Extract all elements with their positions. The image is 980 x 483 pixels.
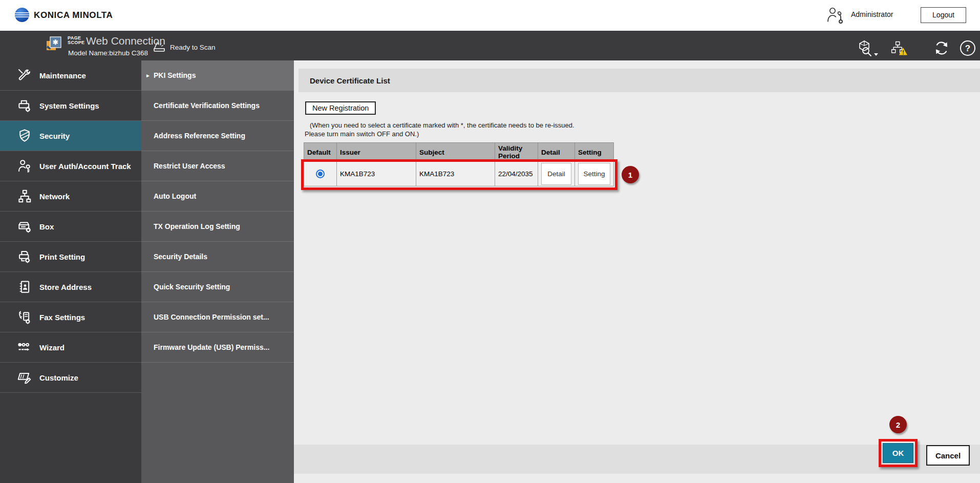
brand-text: KONICA MINOLTA	[34, 10, 113, 20]
radio-selected-dot	[318, 172, 323, 176]
device-certificate-table: Default Issuer Subject Validity Period D…	[304, 142, 614, 186]
sidebar-item-user-auth[interactable]: User Auth/Account Track	[0, 151, 141, 181]
sidebar-item-wizard[interactable]: Wizard	[0, 332, 141, 363]
sidebar-item-print-setting[interactable]: Print Setting	[0, 242, 141, 272]
shield-icon	[17, 128, 32, 143]
submenu-item-auto-logout[interactable]: ► Auto Logout	[141, 181, 294, 212]
default-radio[interactable]	[316, 170, 325, 178]
sidebar-item-label: System Settings	[39, 101, 99, 110]
top-bar: KONICA MINOLTA Administrator Logout	[0, 0, 980, 31]
app-header: ✱ PAGE SCOPE Web Connection Model Name:b…	[0, 31, 980, 60]
sidebar-item-box[interactable]: Box	[0, 212, 141, 242]
sidebar-item-label: Network	[39, 192, 70, 201]
box-gear-icon	[17, 219, 32, 234]
network-status-warning-icon[interactable]: !	[890, 39, 907, 57]
sidebar-item-label: Security	[39, 132, 70, 140]
submenu-item-quick-security[interactable]: ► Quick Security Setting	[141, 272, 294, 302]
administrator-label: Administrator	[851, 10, 893, 18]
konica-minolta-globe-icon	[14, 7, 30, 23]
selected-arrow-icon: ►	[145, 73, 151, 78]
issuer-cell: KMA1B723	[337, 162, 416, 186]
note-line-1: (When you need to select a certificate m…	[310, 121, 574, 129]
submenu-item-tx-operation-log[interactable]: ► TX Operation Log Setting	[141, 212, 294, 242]
network-icon	[17, 188, 32, 204]
refresh-icon[interactable]	[933, 39, 950, 57]
svg-text:!: !	[902, 49, 904, 55]
fax-phone-icon	[17, 309, 32, 325]
setting-button[interactable]: Setting	[578, 163, 610, 185]
wizard-steps-icon	[17, 340, 32, 355]
sidebar-item-network[interactable]: Network	[0, 181, 141, 212]
sidebar-item-label: Print Setting	[39, 253, 85, 261]
column-header-default: Default	[304, 143, 337, 162]
detail-button[interactable]: Detail	[541, 163, 571, 185]
sidebar-item-label: Maintenance	[39, 71, 86, 80]
help-icon[interactable]: ?	[959, 39, 976, 57]
model-name: Model Name:bizhub C368	[68, 49, 148, 57]
column-header-detail: Detail	[538, 143, 575, 162]
ok-button[interactable]: OK	[883, 443, 913, 463]
pagescope-logo-icon: ✱	[45, 35, 65, 53]
sidebar-item-label: User Auth/Account Track	[39, 162, 131, 171]
user-key-icon	[17, 158, 32, 174]
sidebar-item-label: Fax Settings	[39, 313, 85, 322]
administrator-icon	[825, 6, 845, 25]
sidebar-item-customize[interactable]: Customize	[0, 363, 141, 393]
sidebar-item-label: Customize	[39, 373, 78, 382]
page-title: Device Certificate List	[310, 76, 390, 85]
submenu-item-usb-connection-permission[interactable]: ► USB Connection Permission set...	[141, 302, 294, 332]
submenu-item-firmware-update-usb[interactable]: ► Firmware Update (USB) Permiss...	[141, 332, 294, 363]
sidebar-item-security[interactable]: Security	[0, 121, 141, 151]
column-header-subject: Subject	[416, 143, 495, 162]
wrench-icon	[17, 68, 32, 83]
sidebar: Maintenance System Settings Security Use…	[0, 60, 141, 483]
dropdown-caret-icon[interactable]	[874, 53, 878, 56]
certificate-row: KMA1B723 KMA1B723 22/04/2035 Detail Sett…	[304, 162, 614, 186]
address-book-icon	[17, 279, 32, 295]
submenu-item-pki-settings[interactable]: ► PKI Settings	[141, 60, 294, 91]
submenu-item-address-reference[interactable]: ► Address Reference Setting	[141, 121, 294, 151]
device-view-search-icon[interactable]	[856, 39, 874, 57]
customize-pencil-icon	[17, 370, 32, 385]
sidebar-item-label: Store Address	[39, 283, 92, 291]
svg-text:✱: ✱	[53, 38, 58, 46]
submenu-item-security-details[interactable]: ► Security Details	[141, 242, 294, 272]
device-status-text: Ready to Scan	[170, 44, 216, 51]
svg-text:?: ?	[965, 44, 970, 53]
logout-button[interactable]: Logout	[921, 7, 966, 23]
default-cell	[304, 162, 337, 186]
table-header-row: Default Issuer Subject Validity Period D…	[304, 143, 614, 162]
submenu: ► PKI Settings ► Certificate Verificatio…	[141, 60, 294, 483]
new-registration-button[interactable]: New Registration	[305, 101, 376, 115]
sidebar-item-store-address[interactable]: Store Address	[0, 272, 141, 302]
column-header-validity-period: Validity Period	[495, 143, 538, 162]
sidebar-item-fax-settings[interactable]: Fax Settings	[0, 302, 141, 332]
annotation-highlight-box-ok: OK	[879, 439, 918, 467]
footer-band	[294, 445, 980, 474]
annotation-step-2-badge: 2	[889, 416, 907, 433]
subject-cell: KMA1B723	[416, 162, 495, 186]
pagescope-wordmark: PAGE SCOPE	[68, 36, 85, 45]
printer-gear-icon	[17, 98, 32, 113]
sidebar-item-maintenance[interactable]: Maintenance	[0, 60, 141, 91]
setting-cell: Setting	[575, 162, 614, 186]
annotation-step-1-badge: 1	[622, 166, 639, 183]
sidebar-item-system-settings[interactable]: System Settings	[0, 91, 141, 121]
column-header-issuer: Issuer	[337, 143, 416, 162]
detail-cell: Detail	[538, 162, 575, 186]
sidebar-item-label: Box	[39, 222, 54, 231]
print-gear-icon	[17, 249, 32, 264]
cancel-button[interactable]: Cancel	[926, 445, 970, 466]
submenu-item-restrict-user-access[interactable]: ► Restrict User Access	[141, 151, 294, 181]
column-header-setting: Setting	[575, 143, 614, 162]
validity-period-cell: 22/04/2035	[495, 162, 538, 186]
scanner-status-icon	[153, 40, 166, 53]
submenu-item-certificate-verification[interactable]: ► Certificate Verification Settings	[141, 91, 294, 121]
title-band: Device Certificate List	[299, 69, 980, 92]
main-content: Device Certificate List New Registration…	[294, 60, 980, 483]
note-line-2: Please turn main switch OFF and ON.)	[305, 130, 419, 138]
sidebar-item-label: Wizard	[39, 343, 65, 352]
